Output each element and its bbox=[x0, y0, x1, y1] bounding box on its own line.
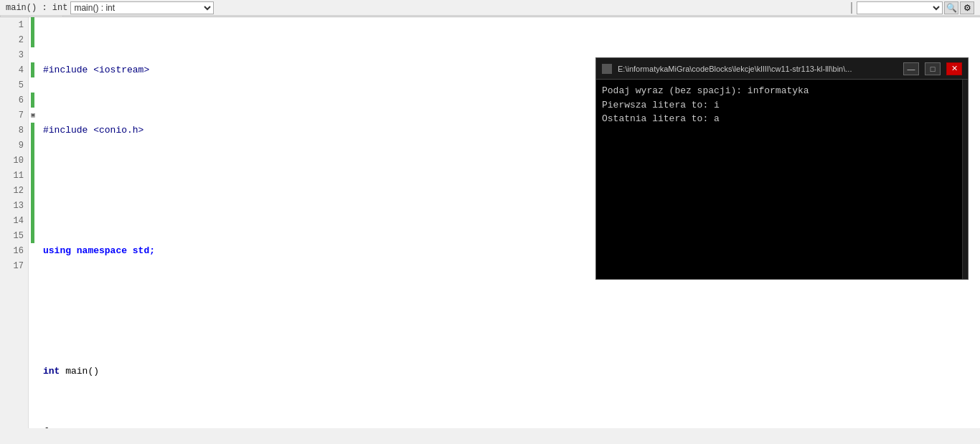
line-num-9: 9 bbox=[0, 138, 28, 153]
console-line-1: Podaj wyraz (bez spacji): informatyka bbox=[602, 84, 956, 98]
line-num-10: 10 bbox=[0, 153, 28, 168]
function-selector[interactable]: main() : int bbox=[70, 1, 214, 14]
code-main-fn: main() bbox=[60, 364, 99, 379]
line-num-2: 2 bbox=[0, 32, 28, 47]
console-maximize-btn[interactable]: □ bbox=[925, 62, 941, 75]
line-num-16: 16 bbox=[0, 243, 28, 258]
line-num-13: 13 bbox=[0, 198, 28, 213]
green-12 bbox=[31, 183, 34, 198]
no-green-3 bbox=[29, 47, 37, 62]
search-button[interactable]: 🔍 bbox=[944, 1, 958, 14]
fold-icon-7[interactable]: ▣ bbox=[29, 108, 37, 123]
console-scrollbar[interactable] bbox=[962, 80, 968, 279]
toolbar-divider bbox=[851, 2, 852, 14]
console-line-2: Pierwsza litera to: i bbox=[602, 98, 956, 113]
green-13 bbox=[31, 198, 34, 213]
ide-window: main() : int main() : int 🔍 ⚙ main.cpp ×… bbox=[0, 0, 980, 444]
line-num-15: 15 bbox=[0, 228, 28, 243]
green-10 bbox=[31, 153, 34, 168]
code-using: using namespace std; bbox=[43, 243, 155, 258]
console-minimize-btn[interactable]: — bbox=[903, 62, 919, 75]
green-9 bbox=[31, 138, 34, 153]
line-num-3: 3 bbox=[0, 47, 28, 62]
console-line-3: Ostatnia litera to: a bbox=[602, 112, 956, 126]
green-indicators: ▣ bbox=[29, 17, 37, 428]
function-hint-bar: main() : int main() : int 🔍 ⚙ bbox=[0, 0, 980, 16]
line-num-8: 8 bbox=[0, 123, 28, 138]
green-15 bbox=[31, 228, 34, 243]
line-num-5: 5 bbox=[0, 77, 28, 93]
console-window: E:\informatykaMiGra\codeBlocks\lekcje\kl… bbox=[595, 57, 969, 280]
line-num-14: 14 bbox=[0, 213, 28, 228]
console-output: Podaj wyraz (bez spacji): informatyka Pi… bbox=[596, 80, 962, 279]
line-num-7: 7 bbox=[0, 108, 28, 123]
line-num-6: 6 bbox=[0, 93, 28, 108]
code-open-brace: { bbox=[43, 424, 49, 428]
code-line-5 bbox=[43, 303, 974, 318]
code-int-kw: int bbox=[43, 364, 60, 379]
line-num-4: 4 bbox=[0, 62, 28, 77]
console-output-area: Podaj wyraz (bez spacji): informatyka Pi… bbox=[596, 80, 968, 279]
line-numbers: 1 2 3 4 5 6 7 8 9 10 11 12 13 14 15 16 1… bbox=[0, 17, 29, 428]
line-num-12: 12 bbox=[0, 183, 28, 198]
console-window-icon bbox=[602, 64, 612, 74]
console-close-btn[interactable]: ✕ bbox=[946, 62, 962, 75]
no-green-16 bbox=[29, 243, 37, 258]
green-11 bbox=[31, 168, 34, 183]
green-8 bbox=[31, 123, 34, 138]
green-4 bbox=[31, 62, 34, 77]
code-include-2: #include <conio.h> bbox=[43, 123, 143, 138]
green-2 bbox=[31, 32, 34, 47]
green-14 bbox=[31, 213, 34, 228]
code-line-6: int main() bbox=[43, 364, 974, 379]
line-num-1: 1 bbox=[0, 17, 28, 32]
code-include-1: #include <iostream> bbox=[43, 62, 149, 77]
settings-button[interactable]: ⚙ bbox=[960, 1, 974, 14]
green-1 bbox=[31, 17, 34, 32]
console-titlebar: E:\informatykaMiGra\codeBlocks\lekcje\kl… bbox=[596, 58, 968, 80]
line-num-17: 17 bbox=[0, 258, 28, 273]
code-line-7: { bbox=[43, 424, 974, 428]
no-green-5 bbox=[29, 77, 37, 93]
line-num-11: 11 bbox=[0, 168, 28, 183]
no-green-17 bbox=[29, 258, 37, 273]
function-hint-text: main() : int bbox=[6, 3, 67, 13]
green-6 bbox=[31, 93, 34, 108]
console-title: E:\informatykaMiGra\codeBlocks\lekcje\kl… bbox=[618, 65, 897, 73]
secondary-selector[interactable] bbox=[857, 1, 943, 14]
